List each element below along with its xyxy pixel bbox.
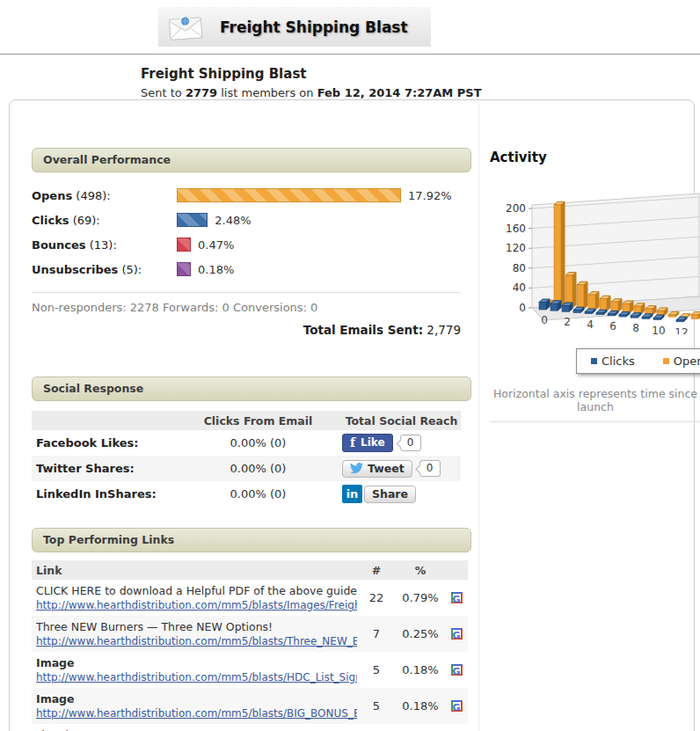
facebook-like-count[interactable]: 0 [400, 435, 421, 451]
link-title: CLICK HERE to download a Helpful PDF of … [36, 584, 357, 597]
svg-text:12: 12 [674, 326, 688, 334]
activity-divider [490, 421, 700, 422]
sent-prefix: Sent to [141, 86, 182, 99]
link-row: Image http://www.hearthdistribution.com/… [32, 688, 468, 724]
metric-bar [177, 238, 191, 252]
link-click-pct: 0.18% [396, 699, 445, 713]
link-click-count: 22 [357, 591, 396, 604]
report-left-column: Overall Performance Opens (498):17.92%Cl… [10, 100, 471, 731]
metric-row-clicks: Clicks (69):2.48% [32, 208, 471, 232]
tweet-button[interactable]: Tweet [342, 460, 412, 478]
twitter-clicks-value: 0.00% (0) [181, 462, 335, 475]
link-click-pct: 0.25% [396, 627, 445, 640]
sent-middle: list members on [221, 86, 313, 99]
link-url[interactable]: http://www.hearthdistribution.com/mm5/bl… [36, 599, 357, 611]
link-title: Image [36, 692, 357, 705]
facebook-icon: f [350, 435, 355, 450]
divider [32, 292, 461, 293]
link-row: Image http://www.hearthdistribution.com/… [32, 652, 468, 688]
metric-pct: 0.47% [198, 238, 234, 252]
link-click-count: 5 [357, 663, 396, 676]
top-performing-links-section: Top Performing Links Link # % CLICK HERE… [32, 528, 471, 731]
non-responders-line: Non-responders: 2278 Forwards: 0 Convers… [32, 301, 471, 314]
opens-swatch [663, 358, 669, 364]
google-analytics-icon[interactable]: G [451, 664, 463, 676]
social-table-header: Clicks From Email Total Social Reach [32, 411, 461, 430]
google-analytics-icon[interactable]: G [451, 700, 463, 712]
tweet-count[interactable]: 0 [419, 460, 441, 477]
svg-text:120: 120 [506, 242, 526, 254]
facebook-clicks-value: 0.00% (0) [181, 436, 335, 450]
sent-count: 2779 [186, 86, 217, 99]
metric-label: Bounces (13): [32, 238, 177, 252]
link-click-count: 5 [357, 699, 396, 713]
link-url[interactable]: http://www.hearthdistribution.com/mm5/bl… [36, 707, 357, 720]
envelope-icon [167, 13, 206, 41]
social-response-section: Social Response Clicks From Email Total … [32, 376, 471, 507]
activity-legend: Clicks Opens [576, 348, 700, 374]
section-header-social-response: Social Response [32, 376, 471, 401]
links-table-header: Link # % [32, 560, 468, 580]
linkedin-clicks-value: 0.00% (0) [181, 487, 335, 501]
svg-text:0: 0 [519, 302, 526, 314]
link-url[interactable]: http://www.hearthdistribution.com/mm5/bl… [36, 671, 357, 683]
link-row: Three NEW Burners — Three NEW Options! h… [32, 616, 468, 652]
sent-date: Feb 12, 2014 7:27AM PST [317, 86, 482, 99]
google-analytics-icon[interactable]: G [451, 628, 463, 640]
svg-text:0: 0 [541, 314, 548, 326]
link-row: Fire Pit Forms http://www.hearthdistribu… [32, 724, 468, 731]
social-header-clicks: Clicks From Email [181, 414, 335, 428]
report-panel: Overall Performance Opens (498):17.92%Cl… [9, 99, 695, 731]
legend-item-clicks: Clicks [591, 355, 635, 368]
metric-row-bounces: Bounces (13):0.47% [32, 232, 471, 257]
link-click-count: 7 [357, 627, 396, 640]
legend-opens-label: Opens [674, 355, 700, 368]
links-header-pct: % [396, 564, 445, 577]
svg-text:6: 6 [609, 320, 616, 333]
legend-clicks-label: Clicks [602, 355, 635, 368]
campaign-sent-line: Sent to 2779 list members on Feb 12, 201… [141, 86, 700, 99]
twitter-shares-label: Twitter Shares: [32, 462, 181, 475]
social-response-table: Clicks From Email Total Social Reach Fac… [32, 411, 461, 507]
facebook-likes-label: Facebook Likes: [32, 436, 181, 450]
metric-label: Clicks (69): [32, 214, 177, 227]
metric-bar [177, 262, 191, 276]
activity-column: Activity 04080120160200024681012 Clicks … [478, 100, 700, 731]
link-title: Image [36, 656, 357, 669]
link-url[interactable]: http://www.hearthdistribution.com/mm5/bl… [36, 635, 357, 647]
clicks-swatch [591, 358, 597, 364]
svg-text:160: 160 [506, 223, 526, 235]
section-header-overall-performance: Overall Performance [32, 148, 471, 172]
activity-title: Activity [490, 150, 700, 165]
total-emails-sent: Total Emails Sent: 2,779 [32, 323, 461, 337]
link-click-pct: 0.79% [396, 591, 445, 604]
svg-text:10: 10 [652, 325, 665, 335]
activity-caption: Horizontal axis represents time since la… [490, 387, 700, 413]
campaign-title: Freight Shipping Blast [141, 66, 700, 82]
metric-row-opens: Opens (498):17.92% [32, 183, 471, 208]
links-header-link: Link [32, 564, 357, 577]
metric-row-unsubscribes: Unsubscribes (5):0.18% [32, 257, 471, 281]
linkedin-inshares-label: LinkedIn InShares: [32, 487, 181, 501]
metric-label: Unsubscribes (5): [32, 263, 177, 276]
svg-text:80: 80 [513, 262, 526, 274]
linkedin-share-button[interactable]: Share [364, 486, 416, 503]
facebook-like-button[interactable]: fLike [342, 434, 393, 452]
social-header-reach: Total Social Reach [335, 414, 461, 428]
metric-label: Opens (498): [32, 189, 177, 202]
brand-band: Freight Shipping Blast [158, 7, 431, 47]
svg-text:4: 4 [587, 318, 594, 331]
top-bar: Freight Shipping Blast [0, 0, 700, 55]
social-row-linkedin: LinkedIn InShares: 0.00% (0) in Share [32, 481, 461, 507]
google-analytics-icon[interactable]: G [451, 592, 463, 603]
metric-pct: 2.48% [215, 214, 251, 227]
metric-bar [177, 213, 208, 227]
svg-text:200: 200 [506, 202, 526, 215]
activity-chart: 04080120160200024681012 [499, 178, 700, 334]
links-rows: CLICK HERE to download a Helpful PDF of … [32, 580, 468, 731]
link-title: Three NEW Burners — Three NEW Options! [36, 620, 357, 633]
linkedin-icon: in [342, 485, 362, 503]
social-row-facebook: Facebook Likes: 0.00% (0) fLike 0 [32, 430, 461, 456]
brand-title: Freight Shipping Blast [220, 18, 408, 36]
metric-bar [177, 188, 401, 202]
